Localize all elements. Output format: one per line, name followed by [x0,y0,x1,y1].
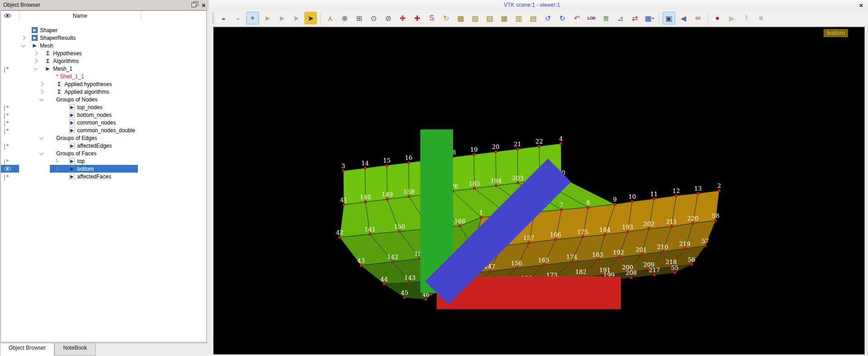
fit-all-button[interactable]: ⊕ [338,12,351,24]
tree-item-mesh[interactable]: ▶Mesh [1,42,206,49]
tree-item-label[interactable]: Mesh [40,43,53,49]
pause-button[interactable]: ‖ [740,12,753,24]
point-selection-button[interactable]: ➤ [261,12,273,24]
tree-item-label[interactable]: top [77,158,85,164]
tree-item-label[interactable]: Mesh_1 [53,66,73,72]
tree-item-hypotheses[interactable]: ΣHypotheses [1,49,206,57]
tree-item-applied-algorithms[interactable]: ΣApplied algorithms [1,88,206,96]
play-button[interactable]: ▶ [726,12,738,24]
left-view-button[interactable]: ▥ [512,12,525,24]
show-trihedron-button[interactable]: ⋏ [324,12,336,24]
parameters-button[interactable]: ▦▾ [643,12,656,24]
expander-open-icon[interactable] [34,66,38,71]
pan-button[interactable]: ✚ [396,12,409,24]
reset-rotation-button[interactable]: ↶ [571,12,583,24]
scaling-button[interactable]: ≣ [600,12,612,24]
rotation-point-button[interactable]: S [425,12,438,24]
rotation-button[interactable]: ↻ [440,12,453,24]
rotate-left-button[interactable]: ↺ [541,12,554,24]
selection-button[interactable]: ➤ [304,12,317,24]
tree-item-label[interactable]: ShaperResults [40,35,76,41]
front-view-button[interactable]: ▩ [454,12,467,24]
stop-button[interactable]: ■ [755,12,767,24]
expander-open-icon[interactable] [39,97,44,101]
tree-item-label[interactable]: common_nodes [77,120,116,126]
tree-item-algorithms[interactable]: ΣAlgorithms [1,57,206,65]
tree-item-groups-of-faces[interactable]: Groups of Faces [1,149,206,157]
tree-item-label[interactable]: bottom [77,166,94,172]
viewer-cursor-button[interactable]: ◒ [232,12,244,24]
visibility-column-eye-icon[interactable] [4,14,11,18]
expander-open-icon[interactable] [39,135,44,140]
top-view-button[interactable]: ▧ [483,12,496,24]
fit-selection-button[interactable]: ⊘ [382,12,395,24]
tree-item-common-nodes[interactable]: ▶common_nodes [1,119,206,126]
expander-closed-icon[interactable] [34,51,38,56]
expander-open-icon[interactable] [39,151,44,155]
tree-item-label[interactable]: affectedFaces [77,173,111,180]
tree-item-label[interactable]: Applied algorithms [64,89,109,95]
tree-item-applied-hypotheses[interactable]: ΣApplied hypotheses [1,80,206,88]
expander-closed-icon[interactable] [39,82,44,87]
eye-icon[interactable] [4,174,5,181]
eye-icon[interactable] [4,167,11,171]
tree-item-label[interactable]: top_nodes [77,104,102,111]
graduated-axes-button[interactable]: ⊿ [614,12,627,24]
vtk-viewport[interactable]: 1234567891011121314151617181920212241424… [213,27,865,355]
name-column-header[interactable]: Name [19,13,141,19]
polyline-selection-button[interactable]: ➤ [290,12,302,24]
tree-item-label[interactable]: Shaper [40,27,58,34]
rect-selection-button[interactable]: ➤ [275,12,288,24]
tree-item-affectededges[interactable]: ▶affectedEdges [1,142,206,149]
tree-item-top-nodes[interactable]: ▶top_nodes [1,103,206,111]
tree-item-bottom[interactable]: ▶bottom [1,165,206,173]
tree-item-shaperresults[interactable]: ▶ShaperResults [1,34,206,42]
tree-item--shell-1-1[interactable]: * Shell_1_1 [1,72,206,80]
record-button[interactable]: ● [711,12,724,24]
rotate-right-button[interactable]: ↻ [556,12,569,24]
update-rate-button[interactable]: ⇄ [629,12,641,24]
tree-item-label[interactable]: Algorithms [53,58,79,64]
tree-item-label[interactable]: bottom_nodes [77,112,112,118]
tree-item-mesh-1[interactable]: ▶Mesh_1 [1,65,206,72]
dock-close-button[interactable]: × [199,1,209,9]
expander-closed-icon[interactable] [34,59,38,63]
tree-item-groups-of-nodes[interactable]: Groups of Nodes [1,96,206,103]
tree-item-label[interactable]: Groups of Faces [56,150,97,157]
viewer-close-button[interactable]: × [854,2,868,9]
viewer-titlebar[interactable]: VTK scene:1 - viewer:1 × [210,0,868,10]
back-view-button[interactable]: ▨ [469,12,482,24]
bottom-view-button[interactable]: ▦ [498,12,511,24]
expander-closed-icon[interactable] [39,90,44,94]
tree-item-shaper[interactable]: ▶Shaper [1,26,206,34]
perspective-view-button[interactable]: ◀ [677,12,690,24]
fit-area-button[interactable]: ⊞ [353,12,366,24]
tree-item-affectedfaces[interactable]: ▶affectedFaces [1,173,206,180]
tree-item-label[interactable]: Groups of Edges [56,135,97,141]
expander-open-icon[interactable] [21,43,26,48]
tree-item-label[interactable]: Groups of Nodes [56,96,98,103]
tree-item-label[interactable]: * Shell_1_1 [56,73,84,80]
object-browser-titlebar[interactable]: Object Browser × [0,0,209,10]
tree-item-label[interactable]: common_nodes_double [77,127,135,134]
expander-closed-icon[interactable] [54,159,59,164]
expander-closed-icon[interactable] [21,36,26,40]
dock-tab-object-browser[interactable]: Object Browser [0,343,54,356]
interaction-style-button[interactable]: ◒ [217,12,230,24]
dropdown-caret-icon[interactable]: ▾ [652,16,654,20]
tree-item-label[interactable]: Applied hypotheses [64,81,112,87]
tree-item-label[interactable]: affectedEdges [77,143,112,149]
dock-float-button[interactable] [189,1,199,9]
right-view-button[interactable]: ▤ [527,12,540,24]
lod-button[interactable]: LOD [585,12,598,24]
stereo-view-button[interactable]: ∞ [692,12,704,24]
tree-item-common-nodes-double[interactable]: ▶common_nodes_double [1,126,206,134]
dock-tab-notebook[interactable]: NoteBook [54,343,96,356]
global-pan-button[interactable]: ✚ [411,12,424,24]
zoom-button[interactable]: ⊙ [367,12,380,24]
tree-item-groups-of-edges[interactable]: Groups of Edges [1,134,206,142]
tree-item-label[interactable]: Hypotheses [53,50,82,57]
tree-header[interactable]: Name [1,11,206,21]
visibility-cell-selected[interactable] [1,165,19,173]
orthographic-view-button[interactable]: ▣ [663,12,675,24]
